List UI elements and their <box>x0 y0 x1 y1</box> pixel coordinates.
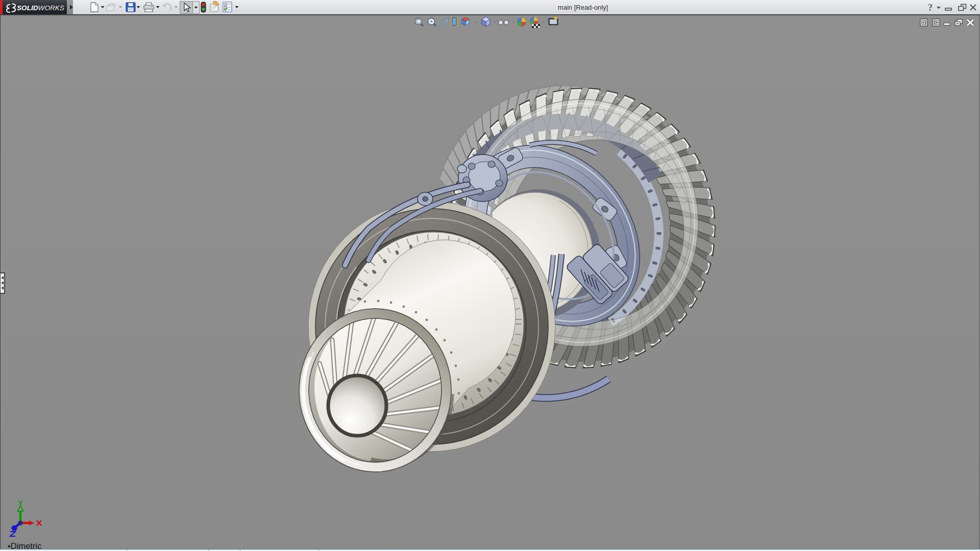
svg-text:?: ? <box>928 3 933 13</box>
svg-text:SOLIDWORKS: SOLIDWORKS <box>17 4 64 12</box>
